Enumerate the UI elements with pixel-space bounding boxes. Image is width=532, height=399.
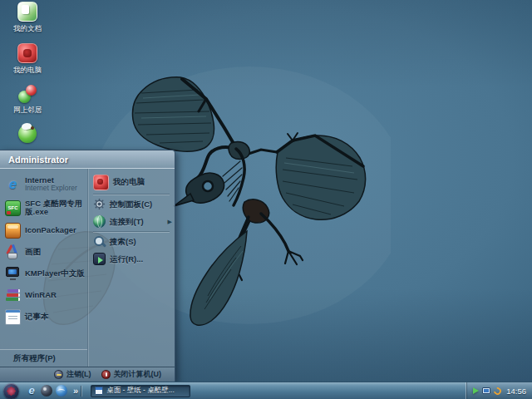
desktop-screen: { "desktop": { "icons": [ { "label": "我的…: [0, 0, 532, 399]
taskbar-clock[interactable]: 14:56: [506, 387, 526, 396]
network-places-icon: [18, 85, 37, 103]
run-icon: [93, 253, 106, 265]
menu-item-label: IconPackager: [25, 226, 76, 234]
quick-launch-media-player-icon[interactable]: [41, 385, 52, 397]
submenu-arrow-icon: ▶: [168, 219, 172, 225]
connect-to-icon: [93, 215, 106, 228]
log-off-label: 注销(L): [66, 369, 91, 380]
menu-item-run[interactable]: 运行(R)...: [88, 250, 175, 268]
desktop-icon-label: 我的文档: [13, 24, 42, 32]
menu-item-label: SFC 桌酷网专用版.exe: [25, 200, 85, 216]
menu-item-connect-to[interactable]: 连接到(T) ▶: [88, 213, 175, 230]
desktop-icon-my-documents[interactable]: 我的文档: [3, 2, 52, 32]
start-menu-left-column: e Internet Internet Explorer SFC SFC 桌酷网…: [0, 169, 87, 367]
menu-item-winrar[interactable]: WinRAR: [0, 284, 87, 306]
menu-item-my-computer[interactable]: 我的电脑: [88, 171, 175, 193]
taskbar-separator: [81, 386, 81, 397]
search-icon: [93, 235, 106, 248]
quick-launch-overflow-chevron[interactable]: »: [73, 386, 78, 396]
start-button[interactable]: [3, 383, 19, 399]
menu-item-label: 记事本: [25, 313, 49, 321]
taskbar-window-button[interactable]: 桌面 - 壁纸 - 桌酷壁...: [91, 385, 190, 397]
quick-launch-browser-icon[interactable]: [56, 385, 67, 397]
shut-down-label: 关闭计算机(U): [114, 369, 162, 380]
desktop-icon-recycle-bin[interactable]: [3, 125, 52, 145]
quick-launch-internet-explorer-icon[interactable]: e: [26, 385, 37, 397]
desktop-icon-my-computer[interactable]: 我的电脑: [3, 43, 52, 74]
menu-item-internet[interactable]: e Internet Internet Explorer: [0, 171, 87, 196]
desktop-icon-label: 网上邻居: [13, 106, 42, 114]
tray-status-icon[interactable]: [473, 387, 479, 394]
menu-item-label: 运行(R)...: [110, 255, 143, 264]
winrar-icon: [5, 288, 21, 303]
menu-item-label: 画图: [25, 248, 41, 256]
internet-explorer-icon: e: [5, 176, 21, 192]
window-icon: [95, 387, 103, 395]
taskbar: e » 桌面 - 壁纸 - 桌酷壁... 14:56: [0, 382, 532, 399]
menu-item-iconpackager[interactable]: IconPackager: [0, 219, 87, 241]
log-off-button[interactable]: 注销(L): [54, 369, 91, 380]
shut-down-button[interactable]: 关闭计算机(U): [101, 369, 162, 380]
quick-launch-bar: e »: [26, 385, 78, 397]
sfc-icon-text: SFC: [8, 205, 18, 210]
start-menu-footer: 注销(L) 关闭计算机(U): [0, 367, 175, 382]
recycle-bin-icon: [18, 125, 37, 143]
system-tray: 14:56: [466, 382, 532, 399]
menu-divider: [93, 194, 170, 195]
menu-item-label: 搜索(S): [110, 238, 136, 246]
menu-item-sfc[interactable]: SFC SFC 桌酷网专用版.exe: [0, 196, 87, 219]
all-programs-button[interactable]: 所有程序(P): [0, 349, 87, 367]
menu-item-label: 连接到(T): [110, 218, 144, 226]
my-computer-icon: [17, 43, 37, 63]
taskbar-window-title: 桌面 - 壁纸 - 桌酷壁...: [106, 386, 175, 396]
my-computer-icon: [93, 175, 109, 190]
log-off-icon: [54, 370, 63, 379]
control-panel-icon: [93, 198, 106, 210]
desktop-icon-column: 我的文档 我的电脑 网上邻居: [3, 2, 52, 145]
start-menu-user-banner: Administrator: [0, 150, 175, 169]
start-menu: Administrator e Internet Internet Explor…: [0, 150, 175, 382]
notepad-icon: [5, 309, 21, 325]
sfc-app-icon: SFC: [5, 200, 21, 216]
menu-item-label: KMPlayer中文版: [25, 269, 85, 278]
menu-item-label: WinRAR: [25, 291, 57, 299]
tray-input-method-icon[interactable]: [492, 386, 503, 397]
desktop-icon-label: 我的电脑: [13, 66, 42, 74]
desktop-icon-network-places[interactable]: 网上邻居: [3, 85, 52, 114]
power-icon: [101, 370, 111, 379]
menu-item-search[interactable]: 搜索(S): [88, 233, 175, 250]
tray-network-icon[interactable]: [482, 387, 490, 394]
menu-item-label: Internet: [25, 176, 77, 185]
menu-item-control-panel[interactable]: 控制面板(C): [88, 195, 175, 213]
menu-item-paint[interactable]: 画图: [0, 241, 87, 263]
paint-icon: [5, 244, 21, 260]
all-programs-label: 所有程序(P): [13, 353, 56, 364]
start-menu-right-column: 我的电脑 控制面板(C) 连接到(T) ▶ 搜索(S): [87, 169, 175, 367]
iconpackager-icon: [5, 223, 21, 239]
my-documents-icon: [17, 2, 37, 22]
menu-item-kmplayer[interactable]: KMPlayer中文版: [0, 263, 87, 284]
menu-item-label: 我的电脑: [113, 178, 145, 186]
menu-item-sublabel: Internet Explorer: [25, 185, 77, 192]
menu-divider: [93, 231, 170, 232]
kmplayer-icon: [5, 266, 21, 282]
menu-item-label: 控制面板(C): [110, 200, 152, 209]
start-menu-body: e Internet Internet Explorer SFC SFC 桌酷网…: [0, 169, 175, 367]
user-name: Administrator: [8, 155, 68, 165]
menu-item-notepad[interactable]: 记事本: [0, 306, 87, 328]
